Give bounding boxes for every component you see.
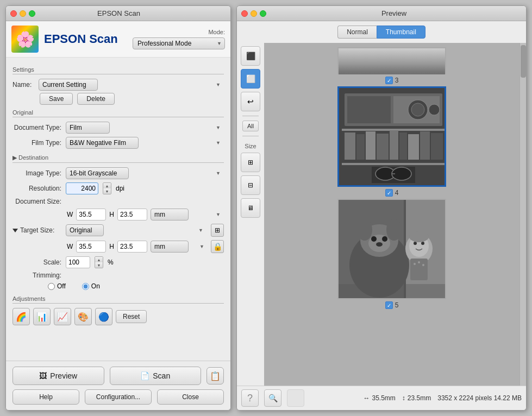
doc-type-row: Document Type: Film Reflective: [12, 122, 224, 134]
resolution-up-btn[interactable]: ▲: [103, 183, 111, 188]
scan-button[interactable]: 📄 Scan: [110, 367, 202, 385]
target-height-input[interactable]: 23.5: [117, 241, 147, 253]
mode-label: Mode:: [208, 29, 225, 35]
name-label: Name:: [12, 81, 34, 89]
help-button[interactable]: Help: [12, 389, 79, 405]
target-size-arrow[interactable]: [12, 229, 18, 232]
target-size-icon-btn[interactable]: ⊞: [211, 224, 224, 237]
svg-rect-10: [366, 131, 375, 160]
save-button[interactable]: Save: [40, 93, 73, 105]
scan-label: Scan: [153, 371, 170, 380]
rotate-btn[interactable]: ↩: [241, 92, 260, 111]
tool-separator-2: [242, 136, 259, 136]
save-delete-row: Save Delete: [12, 93, 224, 105]
help-icon-btn[interactable]: ?: [241, 389, 259, 407]
thumb-4-image[interactable]: [337, 86, 446, 187]
preview-max-light[interactable]: [260, 10, 266, 17]
extra-icon-btn[interactable]: 📋: [206, 367, 224, 385]
size-actual-btn[interactable]: ⊟: [241, 175, 260, 195]
preview-toolbar: ⬛ ⬜ ↩ All Size ⊞ ⊟ 🖥: [237, 43, 264, 386]
trimming-on-radio[interactable]: [82, 283, 89, 290]
all-button[interactable]: All: [242, 121, 259, 131]
trimming-on-label: On: [91, 282, 100, 290]
preview-bottom-bar: ? 🔍 ↔ 35.5mm ↕ 23.5mm 3352 x 2224 pixels…: [237, 386, 526, 410]
preview-close-light[interactable]: [241, 10, 248, 17]
svg-point-39: [414, 263, 416, 265]
color-adj-btn[interactable]: 🌈: [12, 308, 30, 325]
film-type-select[interactable]: B&W Negative Film Color Negative Film Co…: [66, 137, 139, 149]
pct-label: %: [108, 259, 114, 266]
target-size-select[interactable]: Original Custom: [66, 224, 104, 236]
thumb-5-number: 5: [395, 301, 399, 309]
svg-point-28: [386, 219, 402, 241]
configuration-button[interactable]: Configuration...: [85, 389, 152, 405]
w-label2: W: [67, 243, 73, 250]
doc-width-input[interactable]: 35.5: [76, 209, 106, 220]
preview-traffic-lights: [241, 10, 266, 17]
frame-marquee2-btn[interactable]: ⬜: [241, 69, 260, 89]
doc-type-select[interactable]: Film Reflective: [66, 122, 110, 134]
resolution-label: Resolution:: [12, 185, 61, 192]
original-section-header: Original: [12, 109, 224, 117]
film-type-select-wrap: B&W Negative Film Color Negative Film Co…: [66, 137, 224, 149]
scale-up-btn[interactable]: ▲: [95, 257, 103, 262]
resolution-stepper: ▲ ▼: [103, 182, 111, 194]
thumb-3-checkbox[interactable]: ✓: [385, 77, 393, 84]
thumb-5-svg: [339, 200, 446, 299]
blank-btn: [287, 389, 304, 407]
thumb-5-checkbox[interactable]: ✓: [385, 301, 393, 309]
target-size-unit-select[interactable]: mm inches: [151, 241, 189, 253]
epson-window-title: EPSON Scan: [11, 9, 226, 17]
reset-button[interactable]: Reset: [116, 310, 147, 323]
trimming-label: Trimming:: [12, 272, 61, 279]
frame-marquee-btn[interactable]: ⬛: [241, 46, 260, 66]
target-size-inputs: W 35.5 H 23.5 mm inches 🔒: [12, 240, 224, 253]
delete-button[interactable]: Delete: [77, 93, 115, 105]
lock-btn[interactable]: 🔒: [211, 240, 224, 253]
name-select-wrap: Current Setting: [39, 79, 224, 91]
mode-select[interactable]: Professional Mode Home Mode Office Mode: [133, 37, 225, 49]
tab-normal[interactable]: Normal: [337, 26, 377, 39]
name-select[interactable]: Current Setting: [39, 79, 98, 91]
histogram-btn[interactable]: 📊: [33, 308, 51, 325]
close-button[interactable]: Close: [157, 389, 224, 405]
scale-input[interactable]: 100: [66, 256, 90, 268]
svg-rect-12: [390, 130, 398, 160]
scale-stepper: ▲ ▼: [95, 256, 103, 268]
doc-height-input[interactable]: 23.5: [117, 209, 147, 220]
tab-thumbnail[interactable]: Thumbnail: [377, 26, 425, 39]
epson-brand-label: EPSON Scan: [44, 32, 118, 46]
preview-button[interactable]: 🖼 Preview: [12, 367, 104, 385]
doc-size-label-row: Document Size:: [12, 198, 224, 205]
hue-btn[interactable]: 🔵: [95, 308, 112, 325]
destination-section-header: ▶ Destination: [12, 154, 224, 163]
epson-bottom-buttons: 🖼 Preview 📄 Scan 📋 Help Configuration...…: [6, 361, 230, 410]
resolution-row: Resolution: 2400 ▲ ▼ dpi: [12, 182, 224, 194]
preview-window: Preview Normal Thumbnail ⬛ ⬜ ↩ All Size …: [236, 5, 527, 411]
preview-scrollbar[interactable]: [520, 43, 526, 386]
size-prev-btn[interactable]: 🖥: [241, 198, 260, 218]
scrollbar-thumb[interactable]: [521, 45, 526, 78]
preview-titlebar: Preview: [237, 6, 526, 21]
size-fit-btn[interactable]: ⊞: [241, 153, 260, 172]
preview-min-light[interactable]: [251, 10, 257, 17]
resolution-down-btn[interactable]: ▼: [103, 188, 111, 194]
doc-type-label: Document Type:: [12, 124, 61, 131]
target-width-input[interactable]: 35.5: [76, 241, 106, 253]
thumb-4-checkbox[interactable]: ✓: [385, 189, 393, 197]
svg-rect-17: [342, 163, 445, 165]
svg-point-40: [418, 261, 420, 263]
thumb-3-label: ✓ 3: [385, 77, 399, 84]
curves-btn[interactable]: 📈: [54, 308, 71, 325]
doc-size-unit-select[interactable]: mm inches: [151, 209, 189, 220]
trimming-off-radio[interactable]: [48, 283, 55, 290]
scale-down-btn[interactable]: ▼: [95, 262, 103, 268]
epson-scan-window: EPSON Scan 🌸 EPSON Scan Mode: Profession…: [5, 5, 231, 411]
color-correction-btn[interactable]: 🔍: [264, 389, 281, 407]
resolution-input[interactable]: 2400: [66, 182, 98, 194]
thumb-5-image[interactable]: [337, 199, 446, 299]
svg-point-41: [422, 264, 424, 266]
color-balance-btn[interactable]: 🎨: [74, 308, 92, 325]
trimming-off-label: Off: [57, 282, 66, 290]
image-type-select[interactable]: 16-bit Grayscale 8-bit Grayscale 24-bit …: [66, 167, 129, 179]
